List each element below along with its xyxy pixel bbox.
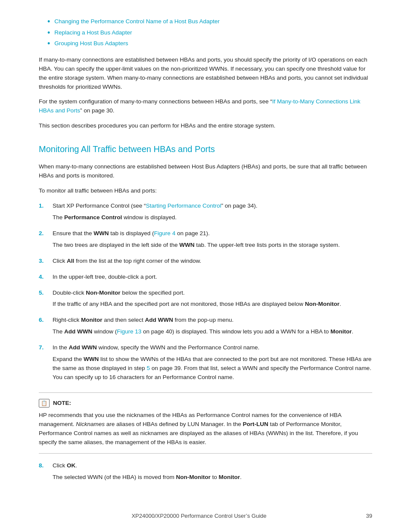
link-step-5-ref[interactable]: 5 <box>146 365 150 371</box>
section-intro-2: To monitor all traffic between HBAs and … <box>39 187 372 196</box>
step-6-num: 6. <box>39 316 53 324</box>
step-5-main: Double-click Non-Monitor below the speci… <box>53 289 372 298</box>
step-4: 4. In the upper-left tree, double-click … <box>39 273 372 284</box>
step-7-main: In the Add WWN window, specify the WWN a… <box>53 343 372 352</box>
step-8: 8. Click OK. The selected WWN (of the HB… <box>39 461 372 485</box>
step-4-num: 4. <box>39 273 53 281</box>
step-2-main: Ensure that the WWN tab is displayed (Fi… <box>53 229 372 238</box>
link-changing-performance-control[interactable]: Changing the Performance Control Name of… <box>54 17 219 26</box>
footer: XP24000/XP20000 Performance Control User… <box>39 512 372 520</box>
footer-text: XP24000/XP20000 Performance Control User… <box>39 512 359 520</box>
step-5-sub: If the traffic of any HBA and the specif… <box>53 300 372 309</box>
step-3-main: Click All from the list at the top right… <box>53 257 372 266</box>
section-intro-1: When many-to-many connections are establ… <box>39 162 372 180</box>
step-5-content: Double-click Non-Monitor below the speci… <box>53 289 372 312</box>
list-item: • Replacing a Host Bus Adapter <box>47 28 372 38</box>
bullet-list: • Changing the Performance Control Name … <box>47 17 372 49</box>
intro-para-2-prefix: For the system configuration of many-to-… <box>39 98 272 105</box>
page: • Changing the Performance Control Name … <box>0 0 411 532</box>
step-6-content: Right-click Monitor and then select Add … <box>53 316 372 339</box>
link-starting-perf-control[interactable]: Starting Performance Control <box>146 202 221 209</box>
step-7: 7. In the Add WWN window, specify the WW… <box>39 343 372 385</box>
step-8-content: Click OK. The selected WWN (of the HBA) … <box>53 461 372 485</box>
step-4-content: In the upper-left tree, double-click a p… <box>53 273 372 284</box>
step-6-sub: The Add WWN window (Figure 13 on page 40… <box>53 327 372 336</box>
intro-para-2: For the system configuration of many-to-… <box>39 97 372 115</box>
section-heading: Monitoring All Traffic between HBAs and … <box>39 143 372 156</box>
link-figure-13[interactable]: Figure 13 <box>117 328 141 335</box>
step-6-main: Right-click Monitor and then select Add … <box>53 316 372 325</box>
step-8-sub: The selected WWN (of the HBA) is moved f… <box>53 473 372 482</box>
link-replacing-hba[interactable]: Replacing a Host Bus Adapter <box>54 28 132 37</box>
note-header: NOTE: <box>39 399 372 408</box>
list-item: • Grouping Host Bus Adapters <box>47 39 372 49</box>
step-5: 5. Double-click Non-Monitor below the sp… <box>39 289 372 312</box>
step-7-num: 7. <box>39 343 53 352</box>
note-content: HP recommends that you use the nicknames… <box>39 411 372 447</box>
step-7-sub: Expand the WWN list to show the WWNs of … <box>53 355 372 382</box>
intro-para-1: If many-to-many connections are establis… <box>39 56 372 92</box>
intro-para-3: This section describes procedures you ca… <box>39 121 372 131</box>
note-label: NOTE: <box>53 399 71 408</box>
step-3: 3. Click All from the list at the top ri… <box>39 257 372 268</box>
footer-page: 39 <box>359 512 372 520</box>
bullet-icon: • <box>47 28 50 38</box>
step-7-content: In the Add WWN window, specify the WWN a… <box>53 343 372 385</box>
bullet-icon: • <box>47 39 50 49</box>
step-8-num: 8. <box>39 461 53 470</box>
step-1-num: 1. <box>39 202 53 210</box>
list-item: • Changing the Performance Control Name … <box>47 17 372 27</box>
step-2-content: Ensure that the WWN tab is displayed (Fi… <box>53 229 372 252</box>
note-box: NOTE: HP recommends that you use the nic… <box>39 392 372 454</box>
step-1-sub: The Performance Control window is displa… <box>53 213 372 222</box>
note-icon <box>39 399 50 408</box>
step-2-sub: The two trees are displayed in the left … <box>53 241 372 250</box>
step-1-content: Start XP Performance Control (see “Start… <box>53 202 372 225</box>
step-3-num: 3. <box>39 257 53 265</box>
step-8-list: 8. Click OK. The selected WWN (of the HB… <box>39 461 372 485</box>
link-grouping-hba[interactable]: Grouping Host Bus Adapters <box>54 39 128 48</box>
link-figure-4[interactable]: Figure 4 <box>154 230 176 236</box>
intro-para-2-suffix: ” on page 30. <box>80 107 115 114</box>
step-4-main: In the upper-left tree, double-click a p… <box>53 273 372 282</box>
step-5-num: 5. <box>39 289 53 297</box>
step-8-main: Click OK. <box>53 461 372 470</box>
step-6: 6. Right-click Monitor and then select A… <box>39 316 372 339</box>
step-2-num: 2. <box>39 229 53 238</box>
step-1-main: Start XP Performance Control (see “Start… <box>53 202 372 211</box>
step-3-content: Click All from the list at the top right… <box>53 257 372 268</box>
step-2: 2. Ensure that the WWN tab is displayed … <box>39 229 372 252</box>
step-1: 1. Start XP Performance Control (see “St… <box>39 202 372 225</box>
steps-list: 1. Start XP Performance Control (see “St… <box>39 202 372 385</box>
bullet-icon: • <box>47 17 50 27</box>
